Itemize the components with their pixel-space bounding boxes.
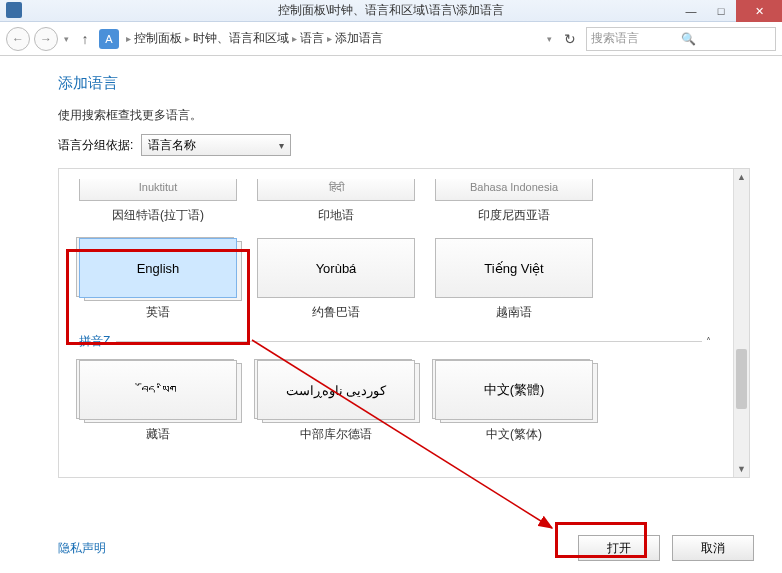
group-combo[interactable]: 语言名称 — [141, 134, 291, 156]
tile-native: 中文(繁體) — [435, 360, 593, 420]
cancel-button[interactable]: 取消 — [672, 535, 754, 561]
lang-tile-hindi[interactable]: हिंदी 印地语 — [257, 179, 415, 224]
section-z: 拼音Z ˄ — [63, 329, 731, 354]
scroll-up-icon[interactable]: ▲ — [734, 169, 749, 185]
section-toggle[interactable]: ˄ — [702, 336, 715, 347]
search-icon: 🔍 — [681, 32, 771, 46]
lang-tile-indonesian[interactable]: Bahasa Indonesia 印度尼西亚语 — [435, 179, 593, 224]
crumb-dropdown[interactable]: ▾ — [545, 34, 554, 44]
language-list: Inuktitut 因纽特语(拉丁语) हिंदी 印地语 Bahasa Ind… — [58, 168, 750, 478]
tile-native: كوردیی ناوەڕاست — [257, 360, 415, 420]
minimize-button[interactable]: — — [676, 0, 706, 22]
forward-button[interactable]: → — [34, 27, 58, 51]
maximize-button[interactable]: □ — [706, 0, 736, 22]
crumb-1[interactable]: 时钟、语言和区域 — [193, 30, 289, 47]
crumb-0[interactable]: 控制面板 — [134, 30, 182, 47]
bottom-bar: 隐私声明 打开 取消 — [58, 535, 754, 561]
up-button[interactable]: ↑ — [75, 29, 95, 49]
tile-native: हिंदी — [257, 179, 415, 201]
breadcrumb[interactable]: ▸ 控制面板 ▸ 时钟、语言和区域 ▸ 语言 ▸ 添加语言 — [123, 30, 541, 47]
tile-label: 中文(繁体) — [486, 426, 542, 443]
tile-native: Yorùbá — [257, 238, 415, 298]
group-row: 语言分组依据: 语言名称 — [58, 134, 750, 156]
search-placeholder: 搜索语言 — [591, 30, 681, 47]
tile-label: 中部库尔德语 — [300, 426, 372, 443]
tile-label: 藏语 — [146, 426, 170, 443]
tile-label: 印度尼西亚语 — [478, 207, 550, 224]
lang-tile-tibetan[interactable]: བོད་ཡིག 藏语 — [79, 360, 237, 443]
lang-row-2: English 英语 Yorùbá 约鲁巴语 Tiếng Việt 越南语 — [63, 232, 731, 329]
tile-label: 英语 — [146, 304, 170, 321]
tile-native: བོད་ཡིག — [79, 360, 237, 420]
page-title: 添加语言 — [58, 74, 750, 93]
refresh-button[interactable]: ↻ — [558, 31, 582, 47]
tip-text: 使用搜索框查找更多语言。 — [58, 107, 750, 124]
privacy-link[interactable]: 隐私声明 — [58, 540, 106, 557]
location-icon: A — [99, 29, 119, 49]
group-label: 语言分组依据: — [58, 137, 133, 154]
navbar: ← → ▾ ↑ A ▸ 控制面板 ▸ 时钟、语言和区域 ▸ 语言 ▸ 添加语言 … — [0, 22, 782, 56]
scrollbar[interactable]: ▲ ▼ — [733, 169, 749, 477]
lang-row-top: Inuktitut 因纽特语(拉丁语) हिंदी 印地语 Bahasa Ind… — [63, 173, 731, 232]
back-button[interactable]: ← — [6, 27, 30, 51]
lang-tile-kurdish[interactable]: كوردیی ناوەڕاست 中部库尔德语 — [257, 360, 415, 443]
section-z-label: 拼音Z — [79, 333, 110, 350]
tile-label: 印地语 — [318, 207, 354, 224]
tile-label: 因纽特语(拉丁语) — [112, 207, 204, 224]
tile-native: English — [79, 238, 237, 298]
group-combo-value: 语言名称 — [148, 137, 196, 154]
tile-label: 约鲁巴语 — [312, 304, 360, 321]
tile-native: Inuktitut — [79, 179, 237, 201]
history-dropdown[interactable]: ▾ — [62, 34, 71, 44]
scroll-thumb[interactable] — [736, 349, 747, 409]
lang-tile-chinese-trad[interactable]: 中文(繁體) 中文(繁体) — [435, 360, 593, 443]
search-input[interactable]: 搜索语言 🔍 — [586, 27, 776, 51]
app-icon — [6, 2, 22, 18]
content: 添加语言 使用搜索框查找更多语言。 语言分组依据: 语言名称 Inuktitut… — [0, 56, 782, 478]
lang-tile-inuktitut[interactable]: Inuktitut 因纽特语(拉丁语) — [79, 179, 237, 224]
scroll-down-icon[interactable]: ▼ — [734, 461, 749, 477]
tile-native: Bahasa Indonesia — [435, 179, 593, 201]
tile-label: 越南语 — [496, 304, 532, 321]
window-controls: — □ ✕ — [676, 0, 782, 22]
lang-tile-english[interactable]: English 英语 — [79, 238, 237, 321]
lang-tile-yoruba[interactable]: Yorùbá 约鲁巴语 — [257, 238, 415, 321]
tile-native: Tiếng Việt — [435, 238, 593, 298]
lang-row-z: བོད་ཡིག 藏语 كوردیی ناوەڕاست 中部库尔德语 中文(繁體)… — [63, 354, 731, 451]
close-button[interactable]: ✕ — [736, 0, 782, 22]
crumb-3[interactable]: 添加语言 — [335, 30, 383, 47]
crumb-2[interactable]: 语言 — [300, 30, 324, 47]
titlebar: 控制面板\时钟、语言和区域\语言\添加语言 — □ ✕ — [0, 0, 782, 22]
lang-tile-vietnamese[interactable]: Tiếng Việt 越南语 — [435, 238, 593, 321]
open-button[interactable]: 打开 — [578, 535, 660, 561]
window-title: 控制面板\时钟、语言和区域\语言\添加语言 — [278, 2, 504, 19]
